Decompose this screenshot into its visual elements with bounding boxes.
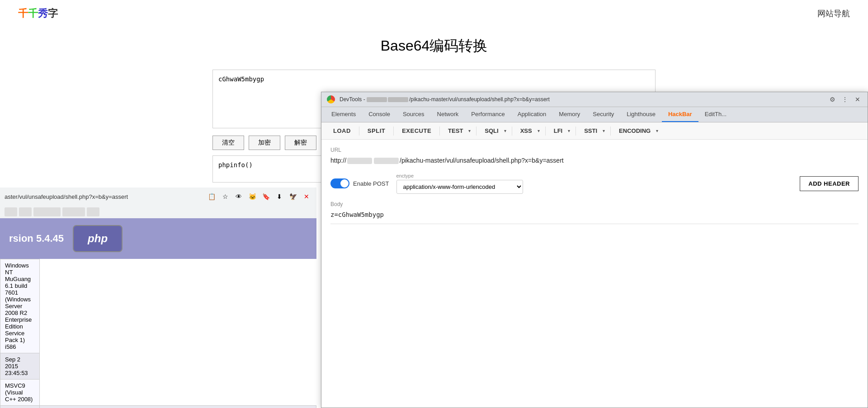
bookmark-4 bbox=[62, 207, 85, 216]
encode-button[interactable]: 加密 bbox=[249, 136, 280, 150]
browser-address-bar: aster/vul/unsafeupload/shell.php?x=b&y=a… bbox=[0, 188, 316, 206]
sep-3 bbox=[439, 127, 440, 136]
enctype-select[interactable]: application/x-www-form-urlencoded multip… bbox=[396, 180, 523, 194]
browser-icon-3[interactable]: 👁 bbox=[233, 191, 244, 202]
url-label: URL bbox=[330, 147, 859, 153]
browser-icon-6[interactable]: ⬇ bbox=[274, 191, 285, 202]
php-table-row: Windows NT MuGuang 6.1 build 7601 (Windo… bbox=[0, 259, 316, 353]
devtools-dots-icon[interactable]: ⋮ bbox=[840, 95, 849, 104]
enable-post-toggle[interactable]: Enable POST bbox=[330, 178, 389, 188]
url-value: http:///pikachu-master/vul/unsafeupload/… bbox=[330, 155, 859, 166]
sep-7 bbox=[576, 127, 576, 136]
site-nav-link[interactable]: 网站导航 bbox=[817, 8, 850, 19]
devtools-close-icon[interactable]: ✕ bbox=[853, 95, 862, 104]
php-logo: php bbox=[73, 225, 123, 252]
tab-network[interactable]: Network bbox=[431, 107, 465, 122]
php-table-cell: Sep 2 2015 23:45:53 bbox=[0, 353, 40, 380]
hackbar-xss-button[interactable]: XSS bbox=[514, 125, 534, 136]
sep-4 bbox=[476, 127, 476, 136]
tab-console[interactable]: Console bbox=[362, 107, 396, 122]
enctype-section: enctype application/x-www-form-urlencode… bbox=[396, 173, 793, 194]
browser-icon-2[interactable]: ☆ bbox=[220, 191, 231, 202]
browser-icon-7[interactable]: 🦅 bbox=[288, 191, 298, 202]
php-table-row: e x86 bbox=[0, 406, 316, 408]
hackbar-body: URL http:///pikachu-master/vul/unsafeupl… bbox=[321, 140, 868, 408]
hackbar-lfi-arrow[interactable]: ▾ bbox=[564, 126, 574, 136]
bookmark-5 bbox=[87, 207, 99, 216]
title-redacted-1 bbox=[367, 97, 387, 102]
enctype-label: enctype bbox=[396, 173, 793, 178]
php-info-header: rsion 5.4.45 php bbox=[0, 218, 316, 259]
sep-8 bbox=[610, 127, 611, 136]
hackbar-encoding-button[interactable]: ENCODING bbox=[613, 125, 652, 136]
hackbar-encoding-arrow[interactable]: ▾ bbox=[652, 126, 662, 136]
url-section: URL http:///pikachu-master/vul/unsafeupl… bbox=[330, 147, 859, 166]
logo-char-2: 千 bbox=[28, 8, 38, 19]
add-header-button[interactable]: ADD HEADER bbox=[800, 176, 859, 191]
hackbar-xss-arrow[interactable]: ▾ bbox=[534, 126, 543, 136]
sep-6 bbox=[545, 127, 546, 136]
devtools-window: DevTools - /pikachu-master/vul/unsafeupl… bbox=[321, 92, 868, 408]
browser-bookmarks bbox=[0, 206, 316, 218]
hackbar-toolbar: LOAD SPLIT EXECUTE TEST ▾ SQLI ▾ XSS ▾ L… bbox=[321, 122, 868, 140]
body-value[interactable]: z=cGhwaW5mbygp bbox=[330, 209, 859, 220]
bookmark-1 bbox=[5, 207, 17, 216]
devtools-titlebar-icons: ⚙ ⋮ ✕ bbox=[828, 95, 862, 104]
php-table-row: Sep 2 2015 23:45:53 bbox=[0, 353, 316, 380]
devtools-tabs: Elements Console Sources Network Perform… bbox=[321, 107, 868, 122]
devtools-settings-icon[interactable]: ⚙ bbox=[828, 95, 837, 104]
hackbar-sqli-button[interactable]: SQLI bbox=[478, 125, 500, 136]
php-info-table: Windows NT MuGuang 6.1 build 7601 (Windo… bbox=[0, 259, 316, 408]
tab-security[interactable]: Security bbox=[586, 107, 620, 122]
tab-lighthouse[interactable]: Lighthouse bbox=[620, 107, 662, 122]
url-redacted-1 bbox=[347, 158, 372, 164]
hackbar-ssti-arrow[interactable]: ▾ bbox=[599, 126, 609, 136]
body-section: Body z=cGhwaW5mbygp bbox=[330, 201, 859, 224]
url-redacted-2 bbox=[374, 158, 399, 164]
hackbar-sqli-dropdown: SQLI ▾ bbox=[478, 125, 509, 136]
chrome-icon bbox=[327, 95, 335, 103]
browser-background: aster/vul/unsafeupload/shell.php?x=b&y=a… bbox=[0, 188, 316, 408]
hackbar-split-button[interactable]: SPLIT bbox=[361, 125, 392, 136]
tab-sources[interactable]: Sources bbox=[396, 107, 431, 122]
bookmark-3 bbox=[33, 207, 61, 216]
php-table-cell-value: x86 bbox=[40, 406, 316, 408]
tab-editth[interactable]: EditTh... bbox=[698, 107, 733, 122]
browser-icon-close[interactable]: ✕ bbox=[301, 191, 312, 202]
bookmark-2 bbox=[19, 207, 32, 216]
hackbar-ssti-button[interactable]: SSTI bbox=[578, 125, 599, 136]
devtools-title-text: DevTools - /pikachu-master/vul/unsafeupl… bbox=[340, 96, 823, 103]
browser-toolbar-icons: 📋 ☆ 👁 🐱 🔖 ⬇ 🦅 ✕ bbox=[206, 191, 312, 202]
hackbar-lfi-button[interactable]: LFI bbox=[547, 125, 565, 136]
browser-icon-5[interactable]: 🔖 bbox=[260, 191, 271, 202]
sep-1 bbox=[359, 127, 359, 136]
hackbar-settings-row: Enable POST enctype application/x-www-fo… bbox=[330, 173, 859, 194]
hackbar-sqli-arrow[interactable]: ▾ bbox=[500, 126, 510, 136]
hackbar-load-button[interactable]: LOAD bbox=[327, 125, 357, 136]
logo-char-4: 字 bbox=[48, 8, 58, 19]
php-table-row: MSVC9 (Visual C++ 2008) bbox=[0, 380, 316, 406]
tab-hackbar[interactable]: HackBar bbox=[662, 107, 698, 122]
hackbar-ssti-dropdown: SSTI ▾ bbox=[578, 125, 609, 136]
hackbar-execute-button[interactable]: EXECUTE bbox=[396, 125, 438, 136]
hackbar-test-dropdown: TEST ▾ bbox=[442, 125, 474, 136]
toggle-knob bbox=[340, 179, 349, 188]
tab-elements[interactable]: Elements bbox=[325, 107, 362, 122]
body-label: Body bbox=[330, 201, 859, 207]
hackbar-test-button[interactable]: TEST bbox=[442, 125, 465, 136]
logo-char-1: 千 bbox=[18, 8, 28, 19]
php-info-content: rsion 5.4.45 php Windows NT MuGuang 6.1 … bbox=[0, 218, 316, 408]
hackbar-lfi-dropdown: LFI ▾ bbox=[547, 125, 574, 136]
clear-button[interactable]: 清空 bbox=[212, 136, 244, 150]
tab-application[interactable]: Application bbox=[511, 107, 553, 122]
tab-memory[interactable]: Memory bbox=[552, 107, 586, 122]
browser-icon-1[interactable]: 📋 bbox=[206, 191, 217, 202]
devtools-titlebar: DevTools - /pikachu-master/vul/unsafeupl… bbox=[321, 92, 868, 107]
hackbar-test-arrow[interactable]: ▾ bbox=[465, 126, 474, 136]
decode-button[interactable]: 解密 bbox=[285, 136, 316, 150]
php-table-cell: Windows NT MuGuang 6.1 build 7601 (Windo… bbox=[0, 259, 40, 353]
tab-performance[interactable]: Performance bbox=[465, 107, 511, 122]
browser-icon-4[interactable]: 🐱 bbox=[247, 191, 258, 202]
top-navigation: 千千秀字 网站导航 bbox=[0, 0, 868, 27]
toggle-switch[interactable] bbox=[330, 178, 349, 188]
